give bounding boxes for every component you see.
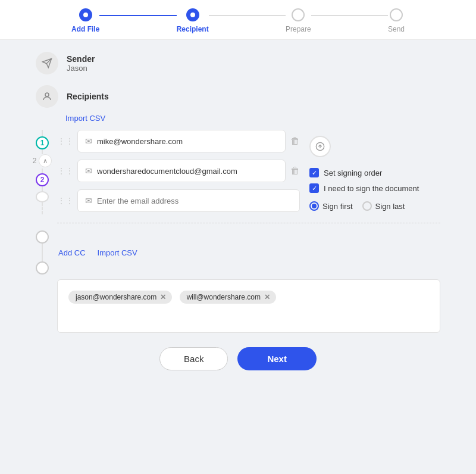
sender-info: Sender Jason (67, 54, 95, 73)
cc-section: Add CC Import CSV jason@wondershare.com … (57, 230, 440, 333)
step-add-file[interactable]: Add File (71, 8, 99, 33)
sign-last-label: Sign last (375, 202, 405, 211)
import-csv-link[interactable]: Import CSV (65, 114, 440, 123)
i-need-to-sign-row[interactable]: ✓ I need to sign the document (309, 183, 428, 193)
drag-handle-2[interactable]: ⋮⋮ (57, 166, 74, 176)
sign-last-radio[interactable]: Sign last (362, 201, 405, 211)
step-recipient[interactable]: Recipient (177, 8, 209, 33)
progress-bar: Add File Recipient Prepare Send (0, 0, 476, 40)
sender-name: Jason (67, 64, 95, 73)
set-signing-order-label: Set signing order (324, 169, 382, 177)
collapse-button[interactable]: ∧ (39, 154, 52, 167)
i-need-to-sign-label: I need to sign the document (324, 184, 419, 193)
cc-tags-container: jason@wondershare.com ✕ will@wondershare… (66, 288, 431, 306)
upload-button[interactable] (309, 136, 331, 157)
sign-last-radio-btn[interactable] (362, 201, 372, 211)
step-circle-add-file (79, 8, 92, 21)
i-need-to-sign-checkbox[interactable]: ✓ (309, 183, 319, 193)
recipient-indicator-1: 1 (36, 136, 49, 149)
cc-actions: Add CC Import CSV (58, 248, 137, 257)
set-signing-order-checkbox[interactable]: ✓ (309, 168, 319, 177)
recipients-label: Recipients (67, 85, 109, 108)
row2-number-label: 2 (33, 157, 37, 165)
step-line-3 (311, 15, 388, 16)
sign-first-radio[interactable]: Sign first (309, 201, 353, 211)
step-circle-send (390, 8, 403, 21)
step-label-prepare: Prepare (286, 25, 311, 33)
signing-options: ✓ Set signing order ✓ I need to sign the… (309, 168, 428, 211)
sender-label: Sender (67, 54, 95, 64)
recipient-row-empty: ⋮⋮ ✉ (57, 189, 300, 212)
cc-tag-email-1: jason@wondershare.com (76, 293, 156, 301)
step-label-add-file: Add File (71, 25, 99, 33)
cc-tag-will: will@wondershare.com ✕ (180, 291, 276, 304)
recipient-indicator-empty (36, 191, 49, 202)
email-icon-2: ✉ (85, 166, 92, 176)
email-icon-empty: ✉ (85, 196, 92, 205)
sign-order-radio-group: Sign first Sign last (309, 201, 428, 211)
sender-section: Sender Jason (36, 52, 440, 74)
sender-icon (36, 52, 58, 74)
recipient-row-2: ⋮⋮ ✉ 🗑 (57, 160, 300, 182)
recipients-icon (36, 85, 58, 108)
step-line-2 (209, 15, 286, 16)
bottom-buttons: Back Next (36, 347, 440, 382)
step-send[interactable]: Send (388, 8, 405, 33)
delete-icon-1[interactable]: 🗑 (290, 136, 300, 146)
step-circle-prepare (292, 8, 305, 21)
email-box-empty[interactable]: ✉ (77, 189, 300, 212)
email-box-1[interactable]: ✉ (77, 130, 286, 152)
cc-tag-close-1[interactable]: ✕ (160, 293, 166, 301)
step-label-send: Send (388, 25, 405, 33)
step-label-recipient: Recipient (177, 25, 209, 33)
section-divider (57, 223, 440, 223)
back-button[interactable]: Back (159, 347, 228, 370)
delete-icon-2[interactable]: 🗑 (290, 166, 300, 176)
email-icon-1: ✉ (85, 136, 92, 146)
step-line-1 (99, 15, 176, 16)
cc-indicator-1 (36, 230, 49, 244)
recipient-row-1: ⋮⋮ ✉ 🗑 (57, 130, 300, 152)
import-csv-cc-link[interactable]: Import CSV (98, 248, 137, 257)
email-input-1[interactable] (97, 137, 278, 146)
cc-box[interactable]: jason@wondershare.com ✕ will@wondershare… (57, 279, 440, 333)
step-circle-recipient (186, 8, 199, 21)
email-input-2[interactable] (97, 167, 278, 176)
step-prepare[interactable]: Prepare (286, 8, 311, 33)
main-content: Sender Jason Recipients Import CSV 1 (0, 40, 476, 394)
cc-indicator-2 (36, 261, 49, 275)
drag-handle-empty[interactable]: ⋮⋮ (57, 196, 74, 205)
add-cc-link[interactable]: Add CC (58, 248, 86, 257)
cc-tag-email-2: will@wondershare.com (187, 293, 261, 301)
recipient-rows: ⋮⋮ ✉ 🗑 ⋮⋮ ✉ 🗑 (57, 130, 300, 212)
email-box-2[interactable]: ✉ (77, 160, 286, 182)
recipient-indicator-2: 2 (36, 173, 49, 186)
set-signing-order-row[interactable]: ✓ Set signing order (309, 168, 428, 177)
recipients-section: Recipients (36, 85, 440, 108)
cc-tag-jason: jason@wondershare.com ✕ (68, 291, 172, 304)
next-button[interactable]: Next (237, 347, 317, 370)
sign-first-radio-btn[interactable] (309, 201, 319, 211)
cc-tag-close-2[interactable]: ✕ (264, 293, 270, 301)
svg-point-0 (45, 93, 49, 96)
drag-handle-1[interactable]: ⋮⋮ (57, 136, 74, 146)
sign-first-label: Sign first (322, 202, 353, 211)
email-input-empty[interactable] (97, 197, 292, 205)
